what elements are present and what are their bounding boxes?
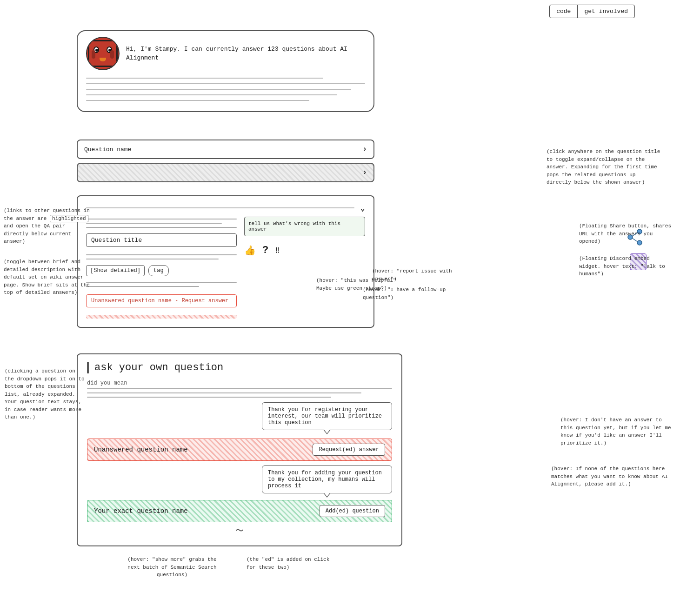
unanswered-red-bar [86,315,237,319]
ask-title: ask your own question [87,362,392,373]
add-question-button[interactable]: Add(ed) question [320,505,385,517]
note-share: (Floating Share button, shares URL with … [579,222,672,246]
stampy-section: Hi, I'm Stampy. I can currently answer 1… [77,30,374,112]
top-nav: code get involved [549,5,635,18]
question-mark-icon[interactable]: ? [262,245,268,256]
show-more-row: 〜 [87,525,392,536]
answer-right-col: tell us what's wrong with this answer 👍 … [244,217,365,319]
answer-question-title: Question title [86,233,237,247]
answer-more-lines [86,282,237,287]
answer-intro-lines [86,219,237,228]
suggestion-lines [87,388,392,398]
exact-question-label: Your exact question name [94,507,188,515]
content-line-5 [86,100,309,101]
show-detailed-button[interactable]: [Show detailed] [86,265,145,276]
note-unanswered-hover: (hover: I don't have an answer to this q… [560,416,672,447]
unanswered-ask-row[interactable]: Unanswered question name Request(ed) ans… [87,439,392,461]
feedback-input[interactable]: tell us what's wrong with this answer [244,217,365,236]
question-item-1[interactable]: Question name › [77,140,374,159]
stampy-box: Hi, I'm Stampy. I can currently answer 1… [77,30,374,112]
question-item-1-text: Question name [84,146,131,153]
answer-box: ⌄ Question title [Show [77,195,374,328]
note-discord: (Floating Discord embed widget. hover te… [579,255,672,278]
avatar [86,37,120,70]
thank-you-bubble-2: Thank you for adding your question to my… [262,465,392,493]
feedback-placeholder: tell us what's wrong with this answer [248,221,340,232]
content-line-3 [86,89,351,90]
did-you-mean-label: did you mean [87,380,392,386]
content-line-4 [86,94,337,95]
stampy-content-lines [86,78,365,101]
chevron-down-icon[interactable]: ⌄ [360,203,365,213]
note-feedback-followup: (hover: "I have a follow-up question") [363,286,456,301]
content-line-1 [86,78,323,79]
answer-tags-row: [Show detailed] tag [86,265,237,276]
note-exact-hover: (hover: If none of the questions here ma… [551,465,672,488]
exact-question-row[interactable]: Your exact question name Add(ed) questio… [87,500,392,522]
stampy-intro-text: Hi, I'm Stampy. I can currently answer 1… [126,45,365,63]
chevron-right-icon-2: › [362,168,367,177]
note-question-title: (click anywhere on the question title to… [547,148,663,186]
nav-get-involved[interactable]: get involved [578,5,634,18]
ask-section: ask your own question did you mean Thank… [77,353,402,546]
show-more-button[interactable]: 〜 [235,525,244,536]
feedback-icons-row: 👍 ? ‼ [244,245,365,256]
note-bottom-wave: (hover: "show more" grabs the next batch… [121,556,223,579]
note-links: (links to other questions in the answer … [4,207,92,246]
chevron-right-icon: › [362,145,367,153]
content-line-2 [86,83,365,84]
question-item-2[interactable]: › [77,163,374,182]
report-icon[interactable]: ‼ [275,246,280,255]
thumbs-up-icon[interactable]: 👍 [244,245,256,256]
answer-section: ⌄ Question title [Show [77,195,374,328]
answer-left-col: Question title [Show detailed] tag Una [86,217,237,319]
thank-you-1-text: Thank you for registering your interest,… [268,406,382,426]
tag-button[interactable]: tag [148,265,169,276]
answer-content: Question title [Show detailed] tag Una [86,217,365,319]
ask-box: ask your own question did you mean Thank… [77,353,402,546]
note-bottom-right: (the "ed" is added on click for these tw… [247,556,340,571]
unanswered-ask-label: Unanswered question name [94,446,188,453]
questions-section: Question name › › [77,140,374,182]
request-answer-button[interactable]: Request(ed) answer [313,444,385,456]
note-left-questions: (clicking a question on the dropdown pop… [5,367,86,421]
answer-chevron-row: ⌄ [86,203,365,213]
answer-body-lines [86,254,237,259]
unanswered-question-row[interactable]: Unanswered question name - Request answe… [86,294,237,307]
nav-code[interactable]: code [550,5,578,18]
stampy-header: Hi, I'm Stampy. I can currently answer 1… [86,37,365,70]
thank-you-bubble-1: Thank you for registering your interest,… [262,402,392,430]
note-toggle: (toggle between brief and detailed descr… [4,258,92,297]
thank-you-2-text: Thank you for adding your question to my… [268,470,382,489]
highlighted-label: highlighted [50,215,88,222]
